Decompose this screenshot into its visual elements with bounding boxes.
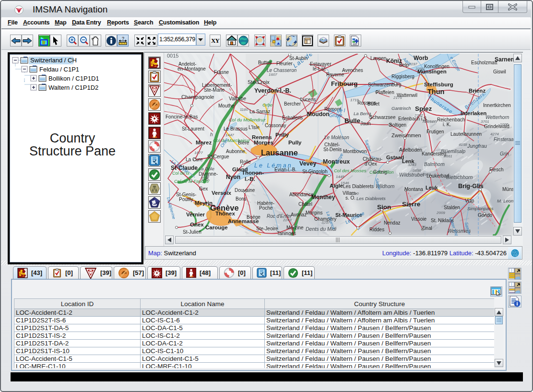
svg-text:Yverdon-l.-B.: Yverdon-l.-B. <box>254 87 291 94</box>
svg-text:Cossonay: Cossonay <box>265 123 286 128</box>
svg-text:2210: 2210 <box>350 191 359 196</box>
svg-text:Vissoie: Vissoie <box>411 216 426 222</box>
svg-text:2362: 2362 <box>414 113 423 118</box>
svg-text:1719: 1719 <box>350 98 359 102</box>
svg-text:Ste-Jeoire: Ste-Jeoire <box>256 226 278 231</box>
svg-text:Châtel: Châtel <box>298 202 312 207</box>
svg-text:Bons: Bons <box>236 196 247 202</box>
svg-text:Boëge: Boëge <box>247 214 261 220</box>
svg-text:Laupen: Laupen <box>370 56 386 61</box>
svg-text:St-Laurent: St-Laurent <box>182 126 204 131</box>
svg-text:1447: 1447 <box>225 133 234 137</box>
svg-text:Champagnole: Champagnole <box>181 94 214 100</box>
svg-text:Sarnen: Sarnen <box>495 56 513 63</box>
svg-text:Poche: Poche <box>259 205 273 211</box>
svg-text:2243: 2243 <box>283 218 292 222</box>
svg-text:Col du Mollendruz: Col du Mollendruz <box>229 117 266 122</box>
svg-text:Lucens: Lucens <box>300 97 316 102</box>
svg-text:Moudon: Moudon <box>307 111 330 118</box>
svg-text:Buttes: Buttes <box>258 60 272 65</box>
svg-text:3257: 3257 <box>321 220 330 225</box>
svg-text:Foncine-le-Bas: Foncine-le-Bas <box>166 114 198 119</box>
svg-text:Spiez: Spiez <box>415 105 432 112</box>
svg-text:Aubonne: Aubonne <box>226 149 245 154</box>
svg-text:St-Julien: St-Julien <box>183 229 201 235</box>
svg-text:Boltigen: Boltigen <box>389 122 406 128</box>
svg-text:Zweisimmen: Zweisimmen <box>391 132 421 138</box>
svg-text:Les Diablerets: Les Diablerets <box>356 196 386 201</box>
svg-text:4274: 4274 <box>490 132 499 136</box>
svg-text:Versoix: Versoix <box>212 190 232 196</box>
svg-text:4158: 4158 <box>459 143 467 147</box>
svg-text:Le Moléson: Le Moléson <box>324 135 349 140</box>
svg-text:Gruyè: Gruyè <box>329 113 343 118</box>
svg-text:La Berra: La Berra <box>354 111 371 116</box>
svg-text:3701: 3701 <box>481 119 489 124</box>
svg-text:Visp: Visp <box>465 198 474 203</box>
svg-text:Echallens: Echallens <box>282 115 303 120</box>
svg-text:Meyrin: Meyrin <box>195 200 213 206</box>
svg-text:1128: 1128 <box>201 174 210 178</box>
svg-text:3661: 3661 <box>444 154 452 158</box>
svg-text:3698: 3698 <box>413 168 421 173</box>
svg-text:Le Léman: Le Léman <box>254 162 293 169</box>
svg-text:Avenches: Avenches <box>342 68 363 73</box>
svg-text:Niesen: Niesen <box>423 119 437 124</box>
svg-text:Gstaad: Gstaad <box>386 154 404 160</box>
svg-text:en-Montagne: en-Montagne <box>178 66 206 71</box>
svg-text:Abondance: Abondance <box>289 192 314 197</box>
svg-text:Montana: Montana <box>404 187 423 192</box>
svg-text:2009: 2009 <box>436 211 445 215</box>
svg-text:Col de la Faucille: Col de la Faucille <box>174 178 209 184</box>
svg-text:L'Isle: L'Isle <box>249 125 260 130</box>
svg-text:Leuk: Leuk <box>426 185 438 190</box>
svg-text:Waltern / C1P1D2: Waltern / C1P1D2 <box>48 84 98 91</box>
svg-text:Fiesch: Fiesch <box>489 167 503 172</box>
svg-text:Nendaz: Nendaz <box>384 220 400 226</box>
svg-text:Gondo: Gondo <box>478 213 492 218</box>
svg-text:Schwarzenburg: Schwarzenburg <box>368 82 401 87</box>
svg-text:Douvaine: Douvaine <box>235 188 255 193</box>
svg-text:Thônex: Thônex <box>215 211 235 216</box>
svg-text:0015: 0015 <box>167 54 178 59</box>
svg-text:Simplonpass: Simplonpass <box>467 206 494 211</box>
svg-text:3243: 3243 <box>408 163 416 167</box>
svg-text:d'Oex: d'Oex <box>365 161 377 166</box>
svg-text:Gantrisch: Gantrisch <box>391 106 411 111</box>
svg-text:Worb: Worb <box>414 55 428 61</box>
svg-text:Gex: Gex <box>199 186 208 191</box>
svg-text:Morez: Morez <box>196 140 212 145</box>
svg-text:Morgins: Morgins <box>306 210 323 215</box>
svg-text:La Dôle: La Dôle <box>199 166 214 171</box>
svg-text:Orbe: Orbe <box>262 102 272 107</box>
svg-text:Bulle: Bulle <box>344 117 360 124</box>
svg-text:Konolfingen: Konolfingen <box>424 64 450 69</box>
svg-text:3934: 3934 <box>422 172 431 177</box>
svg-text:Morzine: Morzine <box>286 225 304 230</box>
svg-text:Bollikon / C1P1D1: Bollikon / C1P1D1 <box>48 75 99 82</box>
svg-text:Sion: Sion <box>377 203 391 211</box>
svg-text:l.-B.: l.-B. <box>245 176 255 182</box>
svg-text:1546: 1546 <box>341 181 349 185</box>
svg-text:2175: 2175 <box>393 95 402 100</box>
svg-text:Lausanne: Lausanne <box>261 148 298 157</box>
svg-text:Vallorbe: Vallorbe <box>229 96 246 101</box>
svg-text:Col du Pillon: Col du Pillon <box>369 170 394 175</box>
svg-text:Morges: Morges <box>254 140 273 145</box>
svg-text:Interlaken: Interlaken <box>461 110 486 116</box>
svg-text:Feldau / C1P1: Feldau / C1P1 <box>39 66 79 73</box>
svg-text:1180: 1180 <box>240 107 249 112</box>
svg-text:Jungfrau: Jungfrau <box>467 143 487 149</box>
svg-text:2197: 2197 <box>408 62 417 66</box>
svg-text:Fribourg: Fribourg <box>331 80 358 87</box>
svg-text:Prilly: Prilly <box>275 132 289 138</box>
svg-text:La Sarraz: La Sarraz <box>249 109 270 114</box>
svg-text:Vernier: Vernier <box>186 212 205 217</box>
svg-text:Steffisburg: Steffisburg <box>424 82 453 87</box>
svg-text:Riggisberg: Riggisberg <box>391 74 415 79</box>
svg-text:Grin: Grin <box>500 151 509 156</box>
svg-text:i. K.: i. K. <box>443 122 451 127</box>
svg-text:Bercher: Bercher <box>284 101 301 107</box>
svg-text:Blüemlisalp: Blüemlisalp <box>441 149 466 154</box>
svg-text:Col du Marchairuz: Col du Marchairuz <box>213 138 250 143</box>
